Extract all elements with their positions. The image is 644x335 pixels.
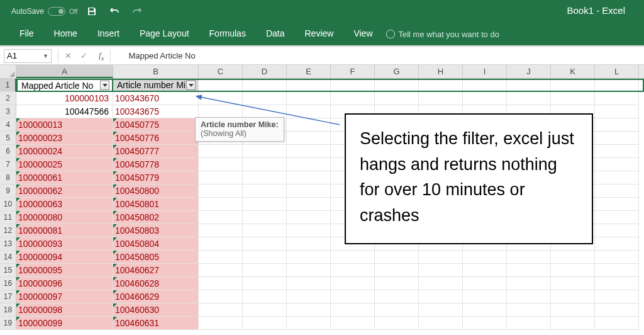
- cell[interactable]: [243, 317, 287, 330]
- filter-button-B[interactable]: [186, 81, 196, 90]
- cell[interactable]: 100343675: [113, 105, 199, 118]
- cell[interactable]: 100450804: [113, 237, 199, 251]
- cell[interactable]: [463, 92, 507, 105]
- cell[interactable]: 100000097: [16, 290, 113, 304]
- row-header[interactable]: 10: [0, 198, 16, 211]
- cell[interactable]: [375, 79, 419, 92]
- cell[interactable]: [199, 264, 243, 277]
- cell[interactable]: [331, 264, 375, 277]
- row-header[interactable]: 12: [0, 224, 16, 237]
- cell[interactable]: 100447566: [16, 105, 113, 118]
- cell-B1[interactable]: Article number Mik: [113, 79, 199, 92]
- cell[interactable]: [419, 304, 463, 317]
- cell[interactable]: [287, 185, 331, 198]
- col-header-E[interactable]: E: [287, 65, 331, 78]
- cell[interactable]: 100000062: [16, 185, 113, 198]
- cell[interactable]: [243, 304, 287, 317]
- cell[interactable]: [463, 264, 507, 277]
- cell[interactable]: [243, 224, 287, 237]
- cell[interactable]: [243, 290, 287, 304]
- cell[interactable]: 100460627: [113, 264, 199, 277]
- cell[interactable]: [595, 224, 639, 237]
- col-header-B[interactable]: B: [113, 65, 199, 78]
- cell[interactable]: 100450775: [113, 118, 199, 132]
- cell[interactable]: [243, 158, 287, 171]
- cell[interactable]: [507, 317, 551, 330]
- cell[interactable]: [331, 304, 375, 317]
- cell[interactable]: [287, 264, 331, 277]
- redo-button[interactable]: [129, 3, 145, 20]
- cell[interactable]: [331, 290, 375, 304]
- cell[interactable]: 100450802: [113, 211, 199, 224]
- filter-button-A[interactable]: [100, 81, 109, 90]
- cell[interactable]: [595, 277, 639, 290]
- cell[interactable]: 100000024: [16, 145, 113, 158]
- cell[interactable]: [419, 251, 463, 264]
- cell[interactable]: [507, 92, 551, 105]
- cell[interactable]: [243, 79, 287, 92]
- col-header-J[interactable]: J: [507, 65, 551, 78]
- cell[interactable]: [243, 237, 287, 251]
- col-header-A[interactable]: A: [16, 65, 113, 78]
- save-button[interactable]: [84, 3, 100, 20]
- cell[interactable]: [287, 145, 331, 158]
- cell[interactable]: [595, 118, 639, 132]
- cell[interactable]: 100450778: [113, 158, 199, 171]
- cell[interactable]: 100000098: [16, 304, 113, 317]
- row-header[interactable]: 1: [0, 79, 16, 92]
- cell[interactable]: [551, 317, 595, 330]
- cell[interactable]: [551, 92, 595, 105]
- cell[interactable]: [595, 79, 639, 92]
- cell[interactable]: [595, 198, 639, 211]
- autosave-toggle[interactable]: AutoSave Off: [11, 7, 77, 16]
- cell[interactable]: [331, 317, 375, 330]
- cell[interactable]: 100460628: [113, 277, 199, 290]
- cell[interactable]: [551, 251, 595, 264]
- cell[interactable]: [595, 317, 639, 330]
- tell-me-search[interactable]: Tell me what you want to do: [386, 30, 499, 39]
- cell[interactable]: [595, 158, 639, 171]
- cell[interactable]: [463, 304, 507, 317]
- cell[interactable]: [507, 304, 551, 317]
- cell[interactable]: [595, 264, 639, 277]
- cell[interactable]: 100000013: [16, 118, 113, 132]
- cell[interactable]: [419, 79, 463, 92]
- cell[interactable]: [287, 251, 331, 264]
- cell[interactable]: [287, 79, 331, 92]
- cell[interactable]: [507, 290, 551, 304]
- cell[interactable]: [419, 277, 463, 290]
- cell[interactable]: [199, 277, 243, 290]
- row-header[interactable]: 13: [0, 237, 16, 251]
- cell[interactable]: [375, 304, 419, 317]
- cell[interactable]: [551, 277, 595, 290]
- col-header-C[interactable]: C: [199, 65, 243, 78]
- cell[interactable]: [375, 251, 419, 264]
- cell[interactable]: [595, 171, 639, 185]
- col-header-I[interactable]: I: [463, 65, 507, 78]
- col-header-L[interactable]: L: [595, 65, 639, 78]
- cell[interactable]: [507, 277, 551, 290]
- cell[interactable]: [199, 211, 243, 224]
- cell[interactable]: [375, 277, 419, 290]
- tab-home[interactable]: Home: [44, 23, 87, 45]
- cell[interactable]: [419, 317, 463, 330]
- cell[interactable]: [595, 185, 639, 198]
- cell[interactable]: [199, 237, 243, 251]
- cell[interactable]: 100000023: [16, 132, 113, 145]
- cell[interactable]: [199, 185, 243, 198]
- row-header[interactable]: 4: [0, 118, 16, 132]
- cell[interactable]: 100000099: [16, 317, 113, 330]
- row-header[interactable]: 15: [0, 264, 16, 277]
- cell[interactable]: [507, 79, 551, 92]
- cell[interactable]: [419, 290, 463, 304]
- cell[interactable]: [199, 317, 243, 330]
- cell[interactable]: [199, 304, 243, 317]
- cell[interactable]: [595, 251, 639, 264]
- row-header[interactable]: 2: [0, 92, 16, 105]
- cell[interactable]: [287, 224, 331, 237]
- cell[interactable]: 100000081: [16, 224, 113, 237]
- row-header[interactable]: 6: [0, 145, 16, 158]
- cell[interactable]: [199, 171, 243, 185]
- row-header[interactable]: 19: [0, 317, 16, 330]
- col-header-H[interactable]: H: [419, 65, 463, 78]
